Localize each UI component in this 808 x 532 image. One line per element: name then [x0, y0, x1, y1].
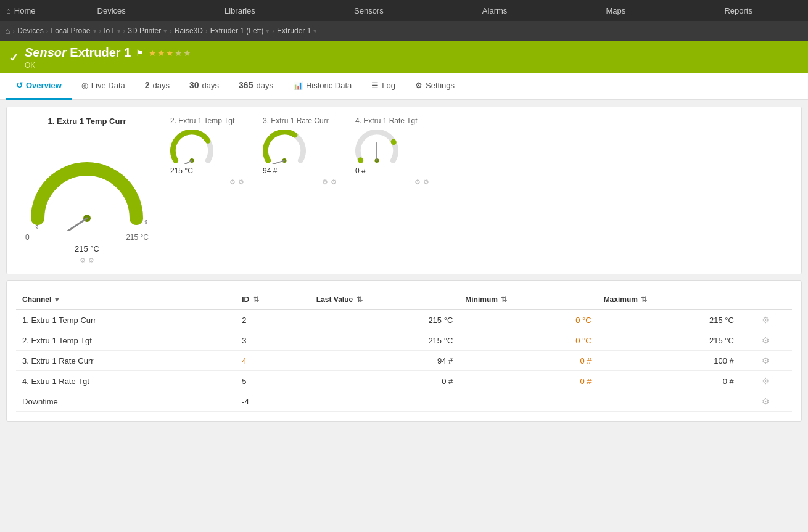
row-settings-icon-4[interactable]: ⚙: [762, 396, 770, 406]
log-icon: ☰: [371, 81, 379, 90]
overview-icon: ↺: [16, 81, 23, 90]
tab-historic-data[interactable]: 📊 Historic Data: [283, 72, 361, 100]
svg-text:x̄: x̄: [35, 224, 39, 231]
col-id: ID ⇅: [236, 290, 310, 309]
home-nav-item[interactable]: ⌂ Home: [6, 6, 36, 15]
col-minimum: Minimum ⇅: [459, 290, 597, 309]
tab-2days-label: days: [153, 81, 170, 90]
tab-historic-data-label: Historic Data: [306, 81, 352, 90]
nav-maps[interactable]: Maps: [596, 0, 635, 21]
small-gauge-2-settings: ⚙ ⚙: [322, 178, 337, 186]
tab-settings[interactable]: ⚙ Settings: [405, 72, 464, 100]
minimum-sort-icon[interactable]: ⇅: [501, 295, 507, 304]
sensor-status: OK: [25, 61, 191, 70]
tabs-bar: ↺ Overview ◎ Live Data 2 days 30 days 36…: [0, 73, 808, 100]
small-gauge-2-settings-icon-2[interactable]: ⚙: [331, 178, 337, 186]
cell-maximum-4: [598, 391, 740, 412]
star-rating[interactable]: ★ ★ ★ ★ ★: [149, 48, 191, 58]
gauge-current-value: 215 °C: [75, 244, 99, 253]
small-gauge-3-settings-icon-2[interactable]: ⚙: [423, 178, 429, 186]
breadcrumb-devices[interactable]: Devices: [17, 27, 44, 35]
home-icon: ⌂: [6, 6, 11, 15]
cell-id-1: 3: [236, 330, 310, 351]
nav-libraries[interactable]: Libraries: [215, 0, 265, 21]
breadcrumb-extruder-left[interactable]: Extruder 1 (Left): [210, 27, 264, 35]
gauge-card: 1. Extru 1 Temp Curr x̄ x̄ 0 215 °: [6, 107, 802, 274]
small-gauge-2-settings-icon-1[interactable]: ⚙: [322, 178, 328, 186]
sensor-title-row: Sensor Extruder 1 ⚑ ★ ★ ★ ★ ★: [25, 46, 191, 60]
tab-overview[interactable]: ↺ Overview: [6, 72, 72, 100]
small-gauge-2: 3. Extru 1 Rate Curr 94 # ⚙ ⚙: [263, 117, 337, 186]
cell-last-value-2: 94 #: [310, 351, 459, 371]
last-value-sort-icon[interactable]: ⇅: [357, 295, 363, 304]
small-gauge-3: 4. Extru 1 Rate Tgt 0 # ⚙ ⚙: [355, 117, 429, 186]
breadcrumb-local-probe[interactable]: Local Probe: [51, 27, 91, 35]
gauges-row: 1. Extru 1 Temp Curr x̄ x̄ 0 215 °: [16, 117, 792, 264]
sensor-flag-icon[interactable]: ⚑: [136, 48, 144, 58]
tab-2days[interactable]: 2 days: [135, 72, 179, 100]
tab-live-data[interactable]: ◎ Live Data: [72, 72, 135, 100]
cell-id-0: 2: [236, 309, 310, 330]
main-content: 1. Extru 1 Temp Curr x̄ x̄ 0 215 °: [0, 100, 808, 428]
small-gauge-3-settings-icon-1[interactable]: ⚙: [414, 178, 421, 186]
col-channel: Channel ▾: [16, 290, 236, 309]
row-settings-icon-1[interactable]: ⚙: [762, 335, 770, 345]
small-gauge-3-svg: [355, 130, 398, 164]
tab-365days[interactable]: 365 days: [229, 72, 283, 100]
breadcrumb-iot[interactable]: IoT: [104, 27, 114, 35]
cell-channel-3: 4. Extru 1 Rate Tgt: [16, 371, 236, 391]
gauge-settings-icon-1[interactable]: ⚙: [80, 256, 86, 264]
gauge-settings-icon-2[interactable]: ⚙: [88, 256, 94, 264]
cell-channel-1: 2. Extru 1 Temp Tgt: [16, 330, 236, 351]
gauge-min-label: 0: [25, 233, 30, 242]
cell-action-0: ⚙: [740, 309, 792, 330]
small-gauge-1-settings-icon-2[interactable]: ⚙: [238, 178, 244, 186]
breadcrumb-extruder1[interactable]: Extruder 1: [277, 27, 311, 35]
cell-action-3: ⚙: [740, 371, 792, 391]
sensor-header-banner: ✓ Sensor Extruder 1 ⚑ ★ ★ ★ ★ ★ OK: [0, 41, 808, 73]
row-settings-icon-3[interactable]: ⚙: [762, 376, 770, 386]
breadcrumb: ⌂ › Devices › Local Probe ▾ › IoT ▾ › 3D…: [0, 21, 808, 41]
nav-reports[interactable]: Reports: [715, 0, 762, 21]
data-table-card: Channel ▾ ID ⇅ Last Value ⇅ Minimum ⇅ Ma…: [6, 280, 802, 422]
tab-log[interactable]: ☰ Log: [361, 72, 405, 100]
row-settings-icon-2[interactable]: ⚙: [762, 356, 770, 366]
cell-action-1: ⚙: [740, 330, 792, 351]
id-sort-icon[interactable]: ⇅: [253, 295, 259, 304]
cell-minimum-4: [459, 391, 597, 412]
channel-sort-icon[interactable]: ▾: [55, 295, 59, 304]
row-settings-icon-0[interactable]: ⚙: [762, 315, 770, 325]
star-2: ★: [157, 48, 165, 58]
gauge-max-label: 215 °C: [126, 233, 149, 242]
cell-id-4: -4: [236, 391, 310, 412]
breadcrumb-raise3d[interactable]: Raise3D: [175, 27, 203, 35]
status-check-icon: ✓: [9, 51, 19, 65]
gauge-settings-icons: ⚙ ⚙: [80, 256, 94, 264]
breadcrumb-home-icon[interactable]: ⌂: [5, 26, 10, 36]
cell-minimum-1: 0 °C: [459, 330, 597, 351]
large-gauge-title: 1. Extru 1 Temp Curr: [48, 117, 126, 126]
small-gauge-1-settings-icon-1[interactable]: ⚙: [229, 178, 236, 186]
breadcrumb-3d-printer[interactable]: 3D Printer: [128, 27, 161, 35]
tab-settings-label: Settings: [426, 81, 455, 90]
table-row: 2. Extru 1 Temp Tgt3215 °C0 °C215 °C⚙: [16, 330, 792, 351]
nav-sensors[interactable]: Sensors: [345, 0, 393, 21]
cell-action-4: ⚙: [740, 391, 792, 412]
cell-minimum-0: 0 °C: [459, 309, 597, 330]
tab-30days[interactable]: 30 days: [179, 72, 229, 100]
star-1: ★: [149, 48, 157, 58]
cell-minimum-2: 0 #: [459, 351, 597, 371]
small-gauge-2-svg: [263, 130, 306, 164]
nav-devices[interactable]: Devices: [88, 0, 135, 21]
small-gauge-1-title: 2. Extru 1 Temp Tgt: [170, 117, 234, 125]
nav-alarms[interactable]: Alarms: [473, 0, 516, 21]
top-navigation: ⌂ Home Devices Libraries Sensors Alarms …: [0, 0, 808, 21]
chart-icon: 📊: [293, 81, 303, 90]
sensor-name: Extruder 1: [67, 46, 131, 59]
nav-items-list: Devices Libraries Sensors Alarms Maps Re…: [48, 0, 802, 21]
small-gauge-1-value: 215 °C: [170, 166, 193, 175]
gauge-labels: 0 215 °C: [25, 233, 149, 242]
maximum-sort-icon[interactable]: ⇅: [641, 295, 647, 304]
tab-365days-num: 365: [239, 80, 253, 90]
cell-maximum-2: 100 #: [598, 351, 740, 371]
